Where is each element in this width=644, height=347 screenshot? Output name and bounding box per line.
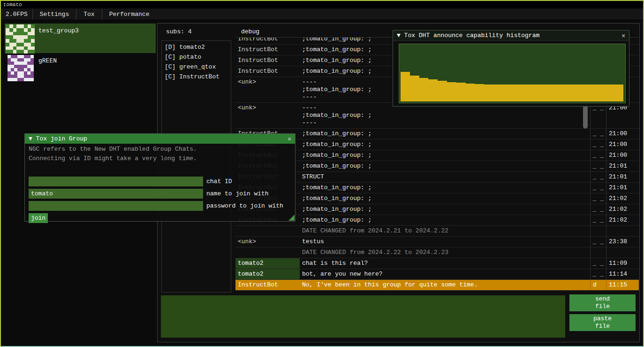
chat-timestamp: 21:00	[606, 103, 639, 128]
histogram-bar	[586, 85, 596, 101]
member-item[interactable]: [C] green_qtox	[162, 62, 231, 72]
chat-author: <unk>	[235, 237, 300, 247]
os-window-title: tomato	[3, 2, 22, 8]
histogram-bar	[484, 85, 493, 101]
chat-message-row[interactable]: InstructBotSTRUCT_ _21:01	[235, 172, 639, 183]
histogram-bar	[530, 85, 540, 101]
chat-message-text: chat is this real?	[300, 258, 590, 269]
chat-id-label: chat ID	[203, 178, 232, 185]
message-input[interactable]	[161, 295, 565, 338]
join-window-body: NGC refers to the New DHT enabled Group …	[25, 144, 295, 221]
chat-author: tomato2	[235, 258, 300, 269]
chat-message-row[interactable]: tomato2bot, are you new here?_ _11:14	[235, 269, 639, 280]
close-icon[interactable]: ✕	[284, 135, 291, 143]
paste-file-button[interactable]: paste file	[569, 314, 636, 331]
member-item[interactable]: [D] tomato2	[162, 42, 231, 52]
close-icon[interactable]: ✕	[618, 32, 625, 39]
histogram-bar	[577, 85, 586, 101]
chat-delivery-flags: _ _	[590, 215, 606, 225]
chat-system-row[interactable]: DATE CHANGED from 2024.2.21 to 2024.2.22	[235, 226, 639, 237]
histogram-bar	[614, 85, 623, 101]
join-window-titlebar[interactable]: ▼ Tox join Group ✕	[25, 134, 295, 144]
chat-delivery-flags: _ _	[590, 139, 606, 150]
histogram-bar	[596, 85, 605, 101]
chat-message-text: DATE CHANGED from 2024.2.21 to 2024.2.22	[300, 226, 590, 236]
chat-id-row: chat ID	[29, 177, 232, 186]
fps-counter: 2.0FPS	[1, 11, 32, 18]
menu-tox[interactable]: Tox	[76, 11, 101, 18]
chat-message-text: ;tomato_in_group: ;	[300, 161, 590, 171]
histogram-plot	[399, 44, 626, 103]
join-name-row: name to join with	[29, 189, 269, 199]
chat-author: InstructBot	[235, 55, 300, 66]
histogram-bar	[475, 84, 484, 101]
join-password-row: password to join with	[29, 201, 283, 211]
chat-message-text: DATE CHANGED from 2024.2.22 to 2024.2.23	[300, 247, 590, 258]
menu-performance[interactable]: Performance	[102, 11, 157, 18]
roster-item-test-group3[interactable]: test_group3	[5, 23, 156, 53]
chat-system-row[interactable]: DATE CHANGED from 2024.2.22 to 2024.2.23	[235, 247, 639, 258]
chat-author: InstructBot	[235, 280, 300, 290]
chat-message-row[interactable]: InstructBot;tomato_in_group: ;_ _21:01	[235, 183, 639, 193]
histogram-bar	[568, 85, 577, 101]
roster-item-green[interactable]: gREEN	[5, 54, 156, 83]
chat-author: InstructBot	[235, 66, 300, 77]
chat-delivery-flags: _ _	[590, 150, 606, 161]
chat-message-text: STRUCT	[300, 172, 590, 182]
histogram-bar	[428, 79, 438, 101]
chat-delivery-flags: _ _	[590, 161, 606, 171]
resize-grip-icon[interactable]	[288, 215, 295, 221]
chat-message-text: ;tomato_in_group: ;	[300, 204, 590, 215]
chat-message-text: ;tomato_in_group: ;	[300, 129, 590, 139]
chat-message-row[interactable]: InstructBot;tomato_in_group: ;_ _21:00	[235, 150, 639, 161]
chat-message-row[interactable]: InstructBot;tomato_in_group: ;_ _21:02	[235, 204, 639, 215]
chat-timestamp	[606, 226, 639, 236]
join-name-input[interactable]	[29, 189, 203, 199]
chat-delivery-flags: _ _	[590, 172, 606, 182]
histogram-bar	[438, 81, 447, 101]
group-avatar	[8, 55, 34, 81]
histogram-window-titlebar[interactable]: ▼ Tox DHT announce capability histogram …	[393, 31, 629, 41]
chat-id-input[interactable]	[29, 177, 203, 186]
join-info-line2: Connecting via ID might take a very long…	[25, 153, 295, 162]
histogram-bar	[512, 85, 522, 101]
histogram-bar	[419, 78, 429, 101]
chat-delivery-flags: _ _	[590, 183, 606, 193]
group-avatar	[6, 24, 35, 54]
chat-message-row[interactable]: InstructBot;tomato_in_group: ;_ _21:00	[235, 139, 639, 150]
join-name-label: name to join with	[203, 190, 269, 197]
chat-message-row[interactable]: tomato2chat is this real?_ _11:09	[235, 258, 639, 269]
chat-message-row[interactable]: InstructBot;tomato_in_group: ;_ _21:00	[235, 129, 639, 139]
chat-message-row[interactable]: InstructBot;tomato_in_group: ;_ _21:01	[235, 161, 639, 172]
join-password-input[interactable]	[29, 201, 203, 211]
chat-timestamp: 21:01	[606, 183, 639, 193]
histogram-bar	[559, 85, 568, 101]
send-file-button[interactable]: send file	[569, 294, 636, 311]
chat-message-row[interactable]: <unk>---- ;tomato_in_group: ; ----_ _21:…	[235, 103, 639, 129]
histogram-bar	[540, 85, 549, 101]
chat-delivery-flags	[590, 226, 606, 236]
histogram-bar	[605, 85, 614, 101]
chat-delivery-flags: _ _	[590, 129, 606, 139]
os-titlebar[interactable]: tomato	[1, 1, 643, 8]
member-item[interactable]: [C] InstructBot	[162, 72, 231, 82]
chat-message-row[interactable]: <unk>testus_ _23:38	[235, 237, 639, 247]
join-button[interactable]: join	[29, 213, 48, 223]
menu-settings[interactable]: Settings	[33, 11, 76, 18]
histogram-bar	[447, 82, 456, 101]
chat-author: InstructBot	[235, 38, 300, 44]
chat-message-row[interactable]: InstructBot;tomato_in_group: ;_ _21:02	[235, 215, 639, 226]
chat-message-text: ;tomato_in_group: ;	[300, 215, 590, 225]
chat-timestamp: 11:09	[606, 258, 639, 269]
chat-message-text: ;tomato_in_group: ;	[300, 183, 590, 193]
histogram-bar	[401, 72, 410, 101]
histogram-bar	[466, 84, 475, 101]
histogram-window[interactable]: ▼ Tox DHT announce capability histogram …	[393, 30, 629, 107]
tab-debug[interactable]: debug	[241, 28, 259, 35]
join-info-line1: NGC refers to the New DHT enabled Group …	[25, 144, 295, 153]
member-item[interactable]: [C] potato	[162, 52, 231, 62]
join-group-window[interactable]: ▼ Tox join Group ✕ NGC refers to the New…	[24, 133, 295, 222]
chat-message-row[interactable]: InstructBotNo, I've been in this group f…	[235, 280, 639, 291]
chat-message-row[interactable]: InstructBot;tomato_in_group: ;_ _21:02	[235, 193, 639, 204]
chat-message-text: ;tomato_in_group: ;	[300, 150, 590, 161]
